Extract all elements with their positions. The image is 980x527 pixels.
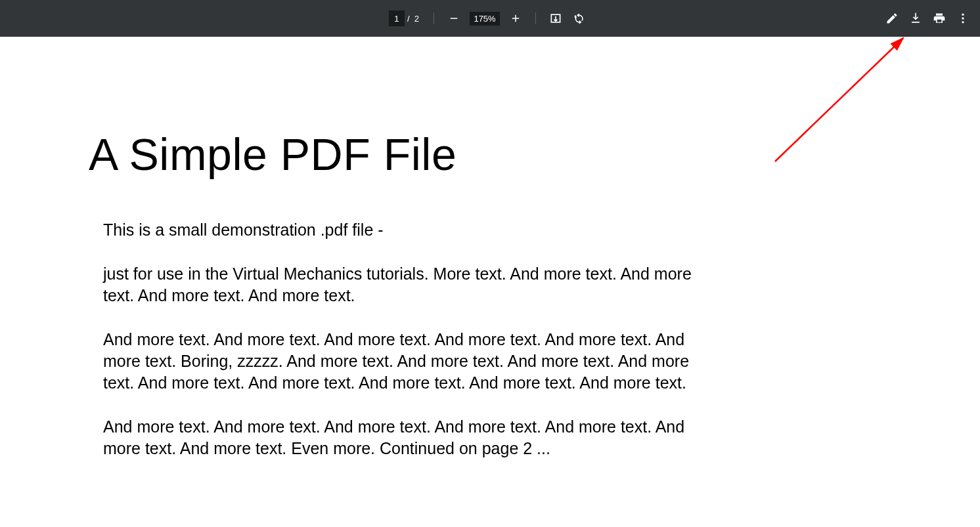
toolbar-right-group [880,0,975,37]
minus-icon [448,12,460,24]
zoom-level-display[interactable]: 175% [470,12,500,26]
document-paragraph: And more text. And more text. And more t… [103,329,693,394]
rotate-icon [573,12,586,25]
zoom-out-button[interactable] [442,7,466,30]
download-icon [909,12,922,25]
more-options-button[interactable] [951,7,975,30]
pdf-page-content: A Simple PDF File This is a small demons… [89,129,693,482]
pdf-toolbar: / 2 175% [0,0,980,37]
document-viewport[interactable]: A Simple PDF File This is a small demons… [0,37,980,527]
svg-point-5 [962,17,964,19]
fit-page-icon [549,12,562,25]
svg-point-6 [962,21,964,23]
zoom-in-button[interactable] [504,7,527,30]
svg-rect-2 [515,15,516,22]
rotate-button[interactable] [568,7,591,30]
plus-icon [510,12,522,24]
pencil-icon [885,12,899,25]
document-paragraph: And more text. And more text. And more t… [103,416,693,459]
edit-button[interactable] [880,7,904,30]
document-title: A Simple PDF File [89,129,693,180]
divider [434,12,434,24]
svg-rect-0 [451,18,458,19]
svg-point-4 [962,14,964,16]
document-paragraph: This is a small demonstration .pdf file … [103,219,693,241]
fit-to-page-button[interactable] [544,7,568,30]
divider [535,12,536,24]
more-vertical-icon [956,12,969,25]
page-total-label: / 2 [407,14,419,24]
annotation-arrow [768,37,913,168]
toolbar-center-group: / 2 175% [389,0,591,37]
page-number-input[interactable] [389,11,405,26]
document-paragraph: just for use in the Virtual Mechanics tu… [103,263,693,306]
print-icon [933,12,946,25]
print-button[interactable] [927,7,951,30]
download-button[interactable] [904,7,927,30]
svg-line-7 [775,38,903,161]
